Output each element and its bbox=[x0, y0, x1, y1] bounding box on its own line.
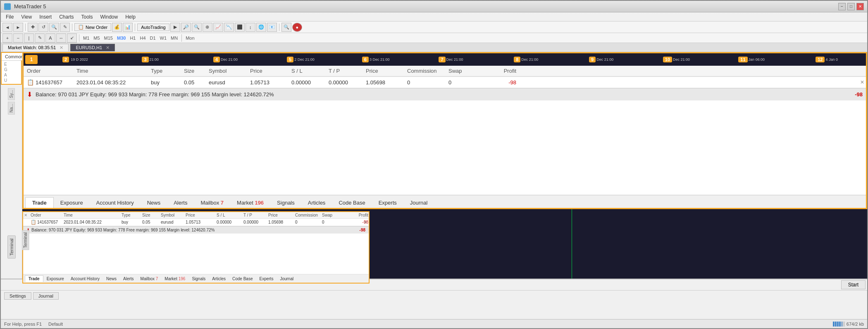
tab-codebase[interactable]: Code Base bbox=[332, 198, 372, 208]
inset-close-icon[interactable]: ✕ bbox=[24, 213, 27, 217]
auto-trading-button[interactable]: AutoTrading bbox=[137, 24, 169, 31]
timeframe-m5[interactable]: M5 bbox=[92, 36, 101, 41]
tool8[interactable]: 🔎 bbox=[181, 23, 191, 32]
inset-order-icon: 📋 bbox=[31, 219, 36, 225]
inset-tab-codebase[interactable]: Code Base bbox=[229, 276, 256, 282]
tool14[interactable]: ↕ bbox=[246, 23, 255, 32]
back-button[interactable]: ◄ bbox=[2, 23, 12, 32]
tab-exposure[interactable]: Exposure bbox=[54, 198, 90, 208]
sep4 bbox=[279, 24, 279, 31]
tab-mailbox[interactable]: Mailbox 7 bbox=[194, 198, 230, 208]
tab-close-icon[interactable]: ✕ bbox=[60, 45, 63, 50]
timeframe-d1[interactable]: D1 bbox=[148, 36, 157, 41]
tool-draw[interactable]: ✎ bbox=[35, 33, 45, 43]
maximize-button[interactable]: □ bbox=[847, 3, 855, 10]
terminal-tab-button[interactable]: Terminal bbox=[7, 236, 16, 259]
inset-tab-alerts[interactable]: Alerts bbox=[120, 276, 137, 282]
close-trade-icon[interactable]: ✕ bbox=[860, 79, 864, 85]
tool5[interactable]: 💰 bbox=[112, 23, 122, 32]
tool1[interactable]: ✚ bbox=[28, 23, 38, 32]
tool15[interactable]: 🌐 bbox=[256, 23, 266, 32]
inset-tab-news[interactable]: News bbox=[103, 276, 120, 282]
chart-tab-close-icon[interactable]: ✕ bbox=[106, 45, 110, 50]
tool7[interactable]: ▶ bbox=[170, 23, 180, 32]
menu-tools[interactable]: Tools bbox=[78, 13, 96, 21]
inset-tab-journal[interactable]: Journal bbox=[277, 276, 297, 282]
tool10[interactable]: ⊕ bbox=[203, 23, 212, 32]
tool9[interactable]: 🔍 bbox=[192, 23, 202, 32]
tab-account-history[interactable]: Account History bbox=[90, 198, 141, 208]
tab-alerts[interactable]: Alerts bbox=[167, 198, 194, 208]
inset-tab-trade[interactable]: Trade bbox=[25, 275, 43, 282]
tool12[interactable]: 📉 bbox=[224, 23, 234, 32]
menu-file[interactable]: File bbox=[2, 13, 17, 21]
tab-experts[interactable]: Experts bbox=[372, 198, 403, 208]
start-button[interactable]: Start bbox=[841, 280, 866, 289]
symbols-label[interactable]: Sy... bbox=[8, 88, 15, 100]
tab-journal[interactable]: Journal bbox=[403, 198, 434, 208]
main-window: MetaTrader 5 − □ ✕ File View Insert Char… bbox=[0, 0, 868, 329]
tester-tab-journal[interactable]: Journal bbox=[33, 292, 59, 300]
tab-signals[interactable]: Signals bbox=[270, 198, 301, 208]
inset-tab-exposure[interactable]: Exposure bbox=[43, 276, 67, 282]
tab-trade[interactable]: Trade bbox=[25, 197, 54, 208]
tool-cursor[interactable]: ↙ bbox=[67, 33, 77, 43]
timeframe-mn[interactable]: MN bbox=[169, 36, 179, 41]
tool6[interactable]: 📊 bbox=[123, 23, 133, 32]
tab-articles[interactable]: Articles bbox=[301, 198, 332, 208]
tool-minus[interactable]: − bbox=[13, 33, 23, 43]
chart-tab-label: EURUSD,H1 bbox=[76, 45, 102, 50]
minimize-button[interactable]: − bbox=[838, 3, 846, 10]
memory-usage: 674/2 kb bbox=[833, 322, 864, 327]
tool-A[interactable]: A bbox=[45, 33, 55, 43]
timeframe-m1[interactable]: M1 bbox=[81, 36, 91, 41]
menu-view[interactable]: View bbox=[18, 13, 35, 21]
tool13[interactable]: ⬛ bbox=[235, 23, 245, 32]
timeframe-w1[interactable]: W1 bbox=[158, 36, 169, 41]
window-title: MetaTrader 5 bbox=[14, 3, 46, 10]
timeframe-m15[interactable]: M15 bbox=[103, 36, 114, 41]
tool3[interactable]: 🔍 bbox=[49, 23, 59, 32]
menu-charts[interactable]: Charts bbox=[56, 13, 77, 21]
tester-tab-settings[interactable]: Settings bbox=[4, 292, 31, 300]
market-watch-tab[interactable]: Market Watch: 08:35:51 ✕ bbox=[2, 44, 69, 51]
forward-button[interactable]: ► bbox=[13, 23, 23, 32]
chart-tab[interactable]: EURUSD,H1 ✕ bbox=[70, 44, 115, 51]
inset-tab-account-history[interactable]: Account History bbox=[67, 276, 103, 282]
tool4[interactable]: ✎ bbox=[60, 23, 70, 32]
new-order-button[interactable]: 📋 New Order bbox=[74, 23, 111, 31]
order-icon: 📋 bbox=[27, 79, 34, 86]
tab-market[interactable]: Market 196 bbox=[230, 198, 270, 208]
inset-price-val: 1.05713 bbox=[184, 219, 215, 225]
close-button[interactable]: ✕ bbox=[856, 3, 864, 10]
inset-close-trade-icon[interactable]: ✕ bbox=[364, 220, 367, 224]
inset-col-sl: S / L bbox=[215, 212, 242, 218]
tool11[interactable]: 📈 bbox=[213, 23, 223, 32]
balance-profit: -98 bbox=[855, 91, 863, 98]
navigator-label[interactable]: Na... bbox=[8, 102, 15, 114]
tool16[interactable]: 📧 bbox=[267, 23, 277, 32]
inset-tab-signals[interactable]: Signals bbox=[188, 276, 209, 282]
menu-window[interactable]: Window bbox=[97, 13, 122, 21]
inset-tab-articles[interactable]: Articles bbox=[209, 276, 229, 282]
trade-row: 📋 141637657 2023.01.04 08:35:22 buy 0.05… bbox=[24, 77, 866, 88]
tool-rotate[interactable]: ↔ bbox=[56, 33, 66, 43]
timeframe-h1[interactable]: H1 bbox=[128, 36, 137, 41]
inset-tab-mailbox[interactable]: Mailbox 7 bbox=[137, 276, 162, 282]
inset-tab-market[interactable]: Market 196 bbox=[161, 276, 188, 282]
tab-news[interactable]: News bbox=[141, 198, 167, 208]
col-price2: Price bbox=[362, 66, 404, 76]
tool2[interactable]: ↺ bbox=[38, 23, 48, 32]
menu-help[interactable]: Help bbox=[122, 13, 139, 21]
timeframe-m30[interactable]: M30 bbox=[115, 36, 127, 41]
sep6 bbox=[181, 34, 182, 42]
user-button[interactable]: ● bbox=[292, 23, 302, 32]
tool-line[interactable]: | bbox=[24, 33, 34, 43]
inset-tab-experts[interactable]: Experts bbox=[256, 276, 277, 282]
tool-plus[interactable]: + bbox=[2, 33, 12, 43]
search-button[interactable]: 🔍 bbox=[281, 23, 291, 32]
trade-type: buy bbox=[148, 77, 181, 88]
menu-insert[interactable]: Insert bbox=[36, 13, 55, 21]
timeframe-h4[interactable]: H4 bbox=[138, 36, 147, 41]
mw-item-g: G bbox=[3, 67, 19, 72]
